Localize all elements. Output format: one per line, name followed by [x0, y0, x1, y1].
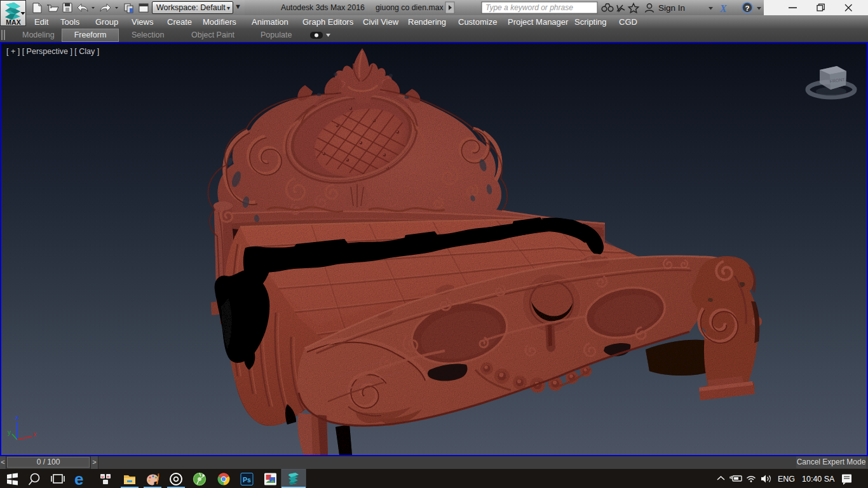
svg-text:Sign In: Sign In	[658, 3, 685, 13]
svg-text:z: z	[15, 414, 18, 421]
svg-text:Type a keyword or phrase: Type a keyword or phrase	[485, 3, 573, 12]
svg-text:10:40 SA: 10:40 SA	[802, 475, 835, 484]
svg-text:n: n	[107, 475, 110, 478]
svg-text:MAX: MAX	[6, 18, 20, 26]
svg-text:x: x	[33, 431, 36, 438]
svg-text:ENG: ENG	[778, 475, 795, 484]
svg-text:X: X	[719, 3, 727, 14]
svg-text:Ps: Ps	[243, 476, 251, 484]
svg-text:y: y	[8, 429, 11, 436]
svg-text:e: e	[74, 470, 83, 488]
svg-text:?: ?	[745, 4, 750, 12]
svg-text:u: u	[102, 475, 104, 478]
